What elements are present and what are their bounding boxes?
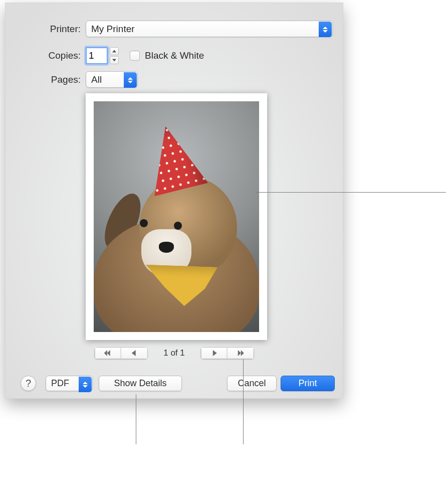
svg-marker-2: [107, 350, 110, 356]
preview-page-nav: 1 of 1: [94, 347, 254, 359]
help-button[interactable]: ?: [21, 376, 36, 391]
copies-input[interactable]: [86, 47, 108, 64]
svg-marker-5: [212, 350, 216, 356]
print-preview: [86, 93, 267, 340]
updown-arrows-icon: [124, 72, 137, 88]
chevron-double-left-icon: [103, 348, 112, 359]
pdf-popup[interactable]: PDF: [46, 376, 93, 391]
nav-next-button[interactable]: [201, 347, 228, 359]
svg-marker-7: [241, 350, 244, 356]
copies-step-down[interactable]: [110, 56, 119, 64]
row-printer: Printer: My Printer: [6, 21, 343, 37]
print-dialog: Printer: My Printer Copies:: [5, 3, 343, 399]
pages-popup-value: All: [86, 74, 107, 85]
row-copies: Copies: Black & White: [6, 47, 343, 64]
preview-page: [86, 93, 267, 340]
chevron-double-right-icon: [236, 348, 245, 359]
black-white-label: Black & White: [145, 50, 204, 61]
dog-eye-left-icon: [140, 219, 148, 227]
print-button[interactable]: Print: [281, 376, 335, 391]
cancel-button[interactable]: Cancel: [227, 376, 277, 391]
svg-marker-3: [104, 350, 107, 356]
svg-marker-6: [238, 350, 241, 356]
black-white-option: Black & White: [130, 50, 204, 61]
show-details-label: Show Details: [114, 378, 166, 389]
copies-label: Copies:: [6, 50, 86, 61]
nav-right-group: [201, 347, 254, 359]
help-icon: ?: [26, 378, 31, 389]
nav-prev-button[interactable]: [121, 347, 147, 359]
printer-label: Printer:: [6, 24, 86, 35]
nav-first-button[interactable]: [94, 347, 121, 359]
show-details-button[interactable]: Show Details: [99, 376, 182, 391]
row-pages: Pages: All: [6, 71, 343, 88]
cancel-label: Cancel: [238, 378, 266, 389]
chevron-right-icon: [209, 348, 218, 359]
printer-popup-value: My Printer: [86, 24, 140, 35]
updown-arrows-icon: [79, 377, 92, 392]
dialog-bottom-bar: ? PDF Show Details Cancel Print: [6, 369, 343, 398]
svg-marker-4: [131, 350, 135, 356]
dog-eye-right-icon: [174, 222, 182, 230]
updown-arrows-icon: [319, 22, 332, 37]
callout-line-nav: [243, 359, 244, 444]
party-hat-icon: [139, 120, 208, 197]
callout-line-preview: [256, 192, 446, 193]
pages-label: Pages:: [6, 74, 86, 85]
callout-line-showdetails: [136, 394, 136, 444]
print-label: Print: [298, 378, 317, 389]
copies-stepper: [110, 47, 119, 64]
nav-left-group: [94, 347, 147, 359]
black-white-checkbox[interactable]: [130, 51, 140, 61]
svg-marker-0: [112, 50, 116, 53]
svg-marker-1: [112, 59, 116, 62]
pages-popup[interactable]: All: [86, 71, 138, 88]
page-indicator: 1 of 1: [163, 348, 185, 358]
printer-popup[interactable]: My Printer: [86, 21, 333, 37]
dog-nose-icon: [159, 242, 174, 253]
preview-image: [94, 101, 259, 332]
chevron-left-icon: [129, 348, 138, 359]
nav-last-button[interactable]: [228, 347, 254, 359]
copies-step-up[interactable]: [110, 47, 119, 55]
